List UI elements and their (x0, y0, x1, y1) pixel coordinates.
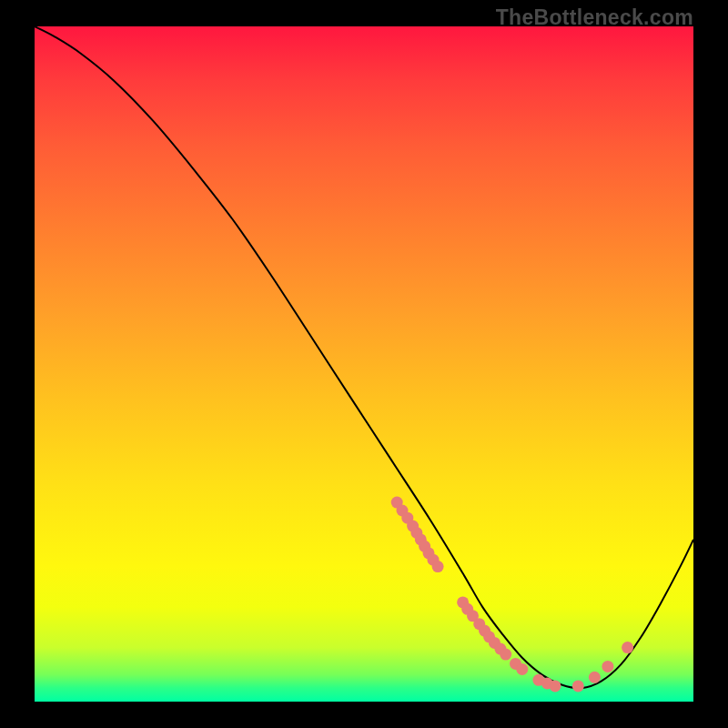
data-point (602, 661, 613, 672)
data-point (589, 672, 601, 683)
data-point (432, 561, 444, 572)
chart-area (35, 26, 693, 702)
dot-group (391, 497, 633, 693)
data-point (500, 649, 511, 661)
data-point (622, 642, 633, 653)
data-point (516, 663, 528, 675)
data-point (572, 680, 584, 692)
data-point (550, 680, 561, 692)
bottleneck-curve (35, 26, 693, 688)
chart-svg (35, 26, 693, 702)
